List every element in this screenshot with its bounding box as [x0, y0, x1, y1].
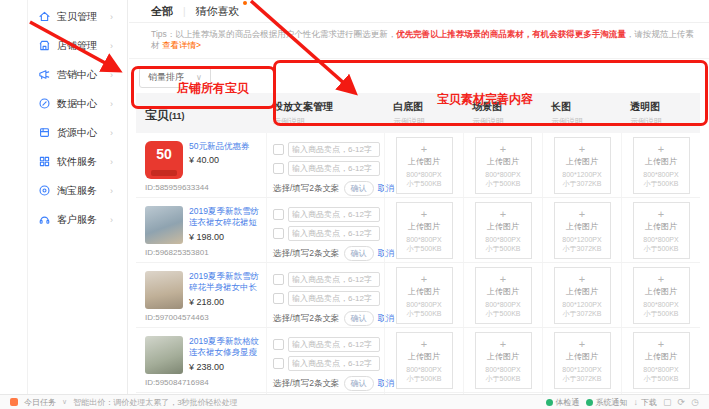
product-cell: 50 50元新品优惠券 ¥ 40.00 ID:585959633344: [136, 133, 266, 197]
sidebar-item-label: 营销中心: [57, 68, 97, 82]
example-link[interactable]: 示例说明: [472, 116, 542, 127]
sidebar-item-label: 软件服务: [57, 155, 97, 169]
confirm-button[interactable]: 确认: [344, 311, 374, 326]
sidebar-item-data-center[interactable]: 数据中心 ›: [28, 89, 127, 118]
transparent-upload-cell: + 上传图片 800*800PX 小于500KB: [621, 133, 700, 197]
product-title-link[interactable]: 2019夏季新款格纹连衣裙女修身显瘦小众网红: [189, 336, 263, 359]
upload-dropzone[interactable]: + 上传图片 800*800PX 小于500KB: [475, 267, 532, 324]
selling-point-input[interactable]: [288, 291, 380, 306]
upload-dropzone[interactable]: + 上传图片 800*800PX 小于500KB: [633, 332, 690, 389]
main-content: 全部 | 猜你喜欢 Tips：以上推荐场景的商品会根据用户个性化需求进行圈选更新…: [129, 0, 709, 394]
example-link[interactable]: 示例说明: [273, 116, 384, 127]
selling-point-input[interactable]: [288, 226, 380, 241]
today-task-label[interactable]: 今日任务: [24, 397, 56, 408]
upload-dropzone[interactable]: + 上传图片 800*1200PX 小于3072KB: [554, 332, 611, 389]
product-thumbnail[interactable]: [145, 271, 183, 309]
upload-dropzone[interactable]: + 上传图片 800*800PX 小于500KB: [396, 202, 453, 259]
upload-dropzone[interactable]: + 上传图片 800*800PX 小于500KB: [633, 202, 690, 259]
sidebar-item-customer-service[interactable]: 客户服务 ›: [28, 205, 127, 234]
product-thumbnail[interactable]: [145, 206, 183, 244]
product-thumbnail[interactable]: 50: [145, 141, 183, 179]
sidebar-item-taobao-service[interactable]: 淘宝服务 ›: [28, 176, 127, 205]
white-bg-upload-cell: + 上传图片 800*800PX 小于500KB: [384, 198, 463, 262]
upload-dropzone[interactable]: + 上传图片 800*800PX 小于500KB: [475, 137, 532, 194]
upload-dropzone[interactable]: + 上传图片 800*800PX 小于500KB: [396, 137, 453, 194]
product-id: ID:596825353801: [145, 248, 264, 257]
upload-label: 上传图片: [476, 351, 531, 362]
upload-dropzone[interactable]: + 上传图片 800*1200PX 小于3072KB: [554, 202, 611, 259]
checkbox[interactable]: [273, 358, 284, 369]
column-header-products: 宝贝(11): [136, 93, 266, 133]
example-link[interactable]: 示例说明: [393, 116, 463, 127]
product-id: ID:597004574463: [145, 313, 264, 322]
product-thumbnail[interactable]: [145, 336, 183, 374]
sidebar-item-software-service[interactable]: 软件服务 ›: [28, 147, 127, 176]
upload-size-spec: 800*800PX: [634, 170, 689, 179]
sidebar-item-shop-manage[interactable]: 店铺管理 ›: [28, 31, 127, 60]
tab-all[interactable]: 全部: [151, 4, 173, 19]
product-title-link[interactable]: 50元新品优惠券: [189, 141, 263, 152]
upload-dropzone[interactable]: + 上传图片 800*800PX 小于500KB: [633, 267, 690, 324]
sort-dropdown[interactable]: 销量排序 ∨: [139, 67, 211, 88]
shop-icon: [38, 39, 51, 52]
download-item[interactable]: ↓下载: [634, 397, 658, 408]
view-details-link[interactable]: 查看详情>: [162, 40, 201, 50]
window-icon[interactable]: ▢: [663, 397, 672, 407]
grid-icon: [38, 155, 51, 168]
task-icon: [10, 398, 18, 406]
system-notice-item[interactable]: 系统通知: [586, 397, 628, 408]
sidebar-item-item-manage[interactable]: 宝贝管理 ›: [28, 2, 127, 31]
upload-label: 上传图片: [634, 221, 689, 232]
checkbox[interactable]: [273, 274, 284, 285]
scene-upload-cell: + 上传图片 800*800PX 小于500KB: [463, 133, 542, 197]
example-link[interactable]: 示例说明: [551, 116, 621, 127]
tips-banner: Tips：以上推荐场景的商品会根据用户个性化需求进行圈选更新，优先完善以上推荐场…: [129, 23, 709, 59]
checkbox[interactable]: [273, 144, 284, 155]
selling-point-input[interactable]: [288, 161, 380, 176]
example-link[interactable]: 示例说明: [630, 116, 700, 127]
selling-point-input[interactable]: [288, 207, 380, 222]
confirm-button[interactable]: 确认: [344, 246, 374, 261]
upload-limit-spec: 小于500KB: [634, 244, 689, 253]
selling-point-input[interactable]: [288, 142, 380, 157]
product-title-link[interactable]: 2019夏季新款雪纺连衣裙女碎花裙短袖T恤中长款: [189, 206, 263, 229]
checkbox[interactable]: [273, 228, 284, 239]
sidebar-item-marketing[interactable]: 营销中心 ›: [28, 60, 127, 89]
chevron-right-icon: ›: [110, 12, 113, 22]
upload-dropzone[interactable]: + 上传图片 800*800PX 小于500KB: [475, 332, 532, 389]
sidebar-item-supply-center[interactable]: 货源中心 ›: [28, 118, 127, 147]
checkbox[interactable]: [273, 293, 284, 304]
sort-dropdown-value: 销量排序: [148, 71, 184, 84]
scene-upload-cell: + 上传图片 800*800PX 小于500KB: [463, 328, 542, 392]
upload-dropzone[interactable]: + 上传图片 800*800PX 小于500KB: [396, 267, 453, 324]
checkbox[interactable]: [273, 163, 284, 174]
confirm-button[interactable]: 确认: [344, 376, 374, 391]
upload-dropzone[interactable]: + 上传图片 800*800PX 小于500KB: [633, 137, 690, 194]
tab-guess-you-like[interactable]: 猜你喜欢: [196, 4, 240, 19]
confirm-button[interactable]: 确认: [344, 181, 374, 196]
refresh-icon[interactable]: ⟳: [678, 397, 686, 407]
bottom-toolbar: 今日任务 ∨ 智能出价：调价处理太累了，3秒批价轻松处理 体检通 系统通知 ↓下…: [0, 394, 709, 409]
compass-icon: [38, 97, 51, 110]
selling-point-input[interactable]: [288, 272, 380, 287]
clock-icon[interactable]: ◷: [691, 397, 699, 407]
column-header-long: 长图 示例说明: [542, 93, 621, 133]
checkbox[interactable]: [273, 339, 284, 350]
chevron-down-icon[interactable]: ∨: [62, 398, 67, 406]
chevron-right-icon: ›: [110, 70, 113, 80]
selling-point-input[interactable]: [288, 337, 380, 352]
sidebar-item-label: 店铺管理: [57, 39, 97, 53]
upload-dropzone[interactable]: + 上传图片 800*1200PX 小于3072KB: [554, 267, 611, 324]
plus-icon: +: [476, 144, 531, 155]
upload-dropzone[interactable]: + 上传图片 800*800PX 小于500KB: [396, 332, 453, 389]
upload-size-spec: 800*1200PX: [555, 300, 610, 309]
checkbox[interactable]: [273, 209, 284, 220]
product-title-link[interactable]: 2019夏季新款雪纺碎花半身裙女中长款显瘦白: [189, 271, 263, 294]
sidebar: 宝贝管理 › 店铺管理 › 营销中心 › 数据中心 › 货源中心 ›: [27, 0, 128, 394]
upload-dropzone[interactable]: + 上传图片 800*1200PX 小于3072KB: [554, 137, 611, 194]
selling-point-input[interactable]: [288, 356, 380, 371]
health-check-item[interactable]: 体检通: [546, 397, 580, 408]
upload-limit-spec: 小于500KB: [476, 309, 531, 318]
copywriting-cell: 选择/填写2条文案 确认 取消: [266, 263, 384, 327]
upload-dropzone[interactable]: + 上传图片 800*800PX 小于500KB: [475, 202, 532, 259]
